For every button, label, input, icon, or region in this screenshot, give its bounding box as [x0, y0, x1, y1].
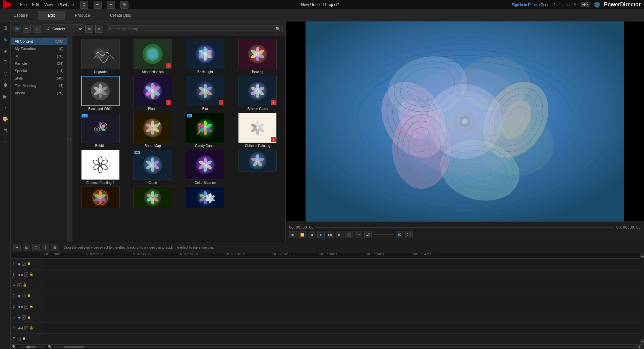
- cat-all-content[interactable]: All Content(108): [11, 38, 67, 45]
- effect-chinese-painting-2[interactable]: Chinese Painting 2: [75, 150, 125, 185]
- collapse-panel-btn[interactable]: ‹: [68, 36, 72, 242]
- fast-fwd-btn[interactable]: ⏭: [336, 231, 343, 238]
- sidebar-icon-pip[interactable]: ⬢: [2, 81, 9, 89]
- cat-text-masking[interactable]: Text Masking(4): [11, 82, 67, 89]
- cat-particle[interactable]: Particle(24): [11, 60, 67, 67]
- effect-upgrade[interactable]: Upgrade: [75, 39, 125, 74]
- track-row-1-audio[interactable]: [44, 269, 640, 280]
- track-row-2-audio[interactable]: [44, 301, 640, 312]
- track-3-check[interactable]: ✓: [22, 315, 26, 319]
- effect-blur[interactable]: ↑ Blur: [180, 76, 230, 111]
- close-btn[interactable]: ✕: [574, 2, 577, 7]
- wave-icon[interactable]: 〜: [23, 25, 31, 33]
- tab-create-disc[interactable]: Create Disc: [100, 11, 141, 20]
- track-2a-check[interactable]: ✓: [24, 305, 28, 309]
- zoom-in-btn[interactable]: ⊞: [51, 244, 58, 251]
- mute-btn[interactable]: 🔊: [364, 231, 372, 238]
- undo-icon[interactable]: ↩: [94, 1, 102, 9]
- help-btn[interactable]: ?: [553, 3, 555, 7]
- volume-slider[interactable]: [374, 234, 394, 235]
- menu-edit[interactable]: Edit: [32, 2, 39, 7]
- zoom-thumb[interactable]: [27, 346, 30, 348]
- track-3a-check[interactable]: ✓: [24, 326, 28, 330]
- effect-candy-canes[interactable]: 3D: [180, 113, 230, 148]
- effect-bump-map[interactable]: Bump Map: [127, 113, 178, 148]
- tab-capture[interactable]: Capture: [3, 11, 38, 20]
- sidebar-icon-fx[interactable]: fx: [2, 36, 9, 43]
- cat-special[interactable]: Special(14): [11, 67, 67, 74]
- minimize-btn[interactable]: —: [559, 3, 563, 7]
- seek-slider[interactable]: [316, 227, 613, 228]
- prev-frame-btn[interactable]: ⏮: [289, 231, 297, 238]
- grid-view-btn[interactable]: ⊞: [85, 25, 93, 33]
- step-back-btn[interactable]: ◀: [308, 231, 315, 238]
- list-view-btn[interactable]: ≡: [95, 25, 103, 33]
- effect-color-balance[interactable]: Color Balance: [180, 150, 230, 185]
- zoom-out-icon[interactable]: 🔍-: [12, 345, 17, 349]
- effect-row4-1[interactable]: [232, 150, 283, 185]
- sidebar-icon-transition[interactable]: ⬡: [2, 70, 9, 77]
- track-fx-lock[interactable]: 🔒: [23, 283, 27, 287]
- effect-cloud[interactable]: 3D: [127, 150, 178, 185]
- sidebar-icon-color[interactable]: 🎨: [2, 115, 9, 123]
- stop-btn[interactable]: ⬛: [345, 231, 353, 238]
- zoom-in-icon[interactable]: 🔍+: [48, 345, 54, 349]
- track-1-check[interactable]: ✓: [22, 262, 26, 266]
- track-row-3-audio[interactable]: [44, 323, 640, 334]
- add-track-btn[interactable]: ✦: [13, 244, 21, 251]
- track-1a-lock[interactable]: 🔒: [30, 272, 34, 277]
- track-3a-lock[interactable]: 🔒: [30, 326, 34, 330]
- sidebar-icon-grid[interactable]: ⊞: [2, 24, 9, 32]
- tab-produce[interactable]: Produce: [65, 11, 100, 20]
- cat-style[interactable]: Style(40): [11, 74, 67, 82]
- track-t-check[interactable]: ✓: [17, 337, 21, 341]
- effect-bubble[interactable]: 3D: [75, 113, 125, 148]
- track-fx-check[interactable]: ✓: [17, 283, 21, 287]
- content-filter-dropdown[interactable]: All Content: [43, 24, 83, 33]
- track-3-lock[interactable]: 🔒: [27, 315, 31, 319]
- effect-black-and-white[interactable]: Black and White: [75, 76, 125, 111]
- audio-track-btn[interactable]: 🎵: [32, 244, 40, 251]
- maximize-btn[interactable]: □: [567, 3, 570, 7]
- effect-abstractionism[interactable]: ↑ Abstractionism: [127, 39, 178, 74]
- repeat-btn[interactable]: ↩: [355, 231, 362, 238]
- scroll-left-btn[interactable]: ◀: [635, 345, 643, 349]
- effect-chinese-painting[interactable]: ↑ Chinese Painting: [232, 113, 283, 148]
- play-btn[interactable]: ▶: [317, 231, 325, 238]
- timeline-scrollbar[interactable]: ▲ ▼: [640, 253, 644, 344]
- track-2a-lock[interactable]: 🔒: [30, 305, 34, 309]
- step-fwd-btn[interactable]: ▶▶: [327, 231, 334, 238]
- capture-icon[interactable]: ⊡: [80, 1, 88, 9]
- menu-playback[interactable]: Playback: [58, 2, 75, 7]
- curve-icon[interactable]: ∿: [33, 25, 41, 33]
- sidebar-icon-subtitle[interactable]: ≡: [2, 138, 9, 146]
- track-row-2-video[interactable]: [44, 291, 640, 302]
- horizontal-scrollbar[interactable]: [54, 346, 635, 348]
- track-row-3-video[interactable]: [44, 312, 640, 323]
- cat-3d[interactable]: 3D(20): [11, 52, 67, 60]
- user-icon[interactable]: 👤: [594, 2, 600, 8]
- effect-beating[interactable]: Beating: [232, 39, 283, 74]
- track-t-lock[interactable]: 🔒: [22, 337, 26, 341]
- 3d-btn[interactable]: 3D: [396, 231, 403, 238]
- track-row-fx[interactable]: [44, 280, 640, 291]
- track-row-1-video[interactable]: [44, 259, 640, 269]
- rewind-btn[interactable]: ⏪: [299, 231, 306, 238]
- search-input[interactable]: [109, 27, 274, 31]
- fullscreen-btn[interactable]: ⛶: [405, 231, 413, 238]
- effect-bloom[interactable]: ↑ Bloom: [127, 76, 178, 111]
- sidebar-icon-mask[interactable]: ◈: [2, 47, 9, 54]
- track-2-lock[interactable]: 🔒: [27, 294, 31, 298]
- menu-file[interactable]: File: [20, 2, 26, 7]
- tab-edit[interactable]: Edit: [38, 11, 65, 20]
- cat-visual[interactable]: Visual(26): [11, 89, 67, 97]
- cat-my-favorites[interactable]: My Favorites(0): [11, 45, 67, 52]
- sidebar-icon-audio[interactable]: ♪: [2, 104, 9, 111]
- menu-view[interactable]: View: [44, 2, 53, 7]
- effect-row4-4[interactable]: [180, 187, 230, 209]
- track-1-lock[interactable]: 🔒: [27, 262, 31, 266]
- track-1a-check[interactable]: ✓: [24, 272, 28, 277]
- settings-icon[interactable]: ⚙: [120, 1, 128, 9]
- sidebar-icon-chapter[interactable]: ⊟: [2, 127, 9, 134]
- sidebar-icon-media[interactable]: ▶: [2, 93, 9, 100]
